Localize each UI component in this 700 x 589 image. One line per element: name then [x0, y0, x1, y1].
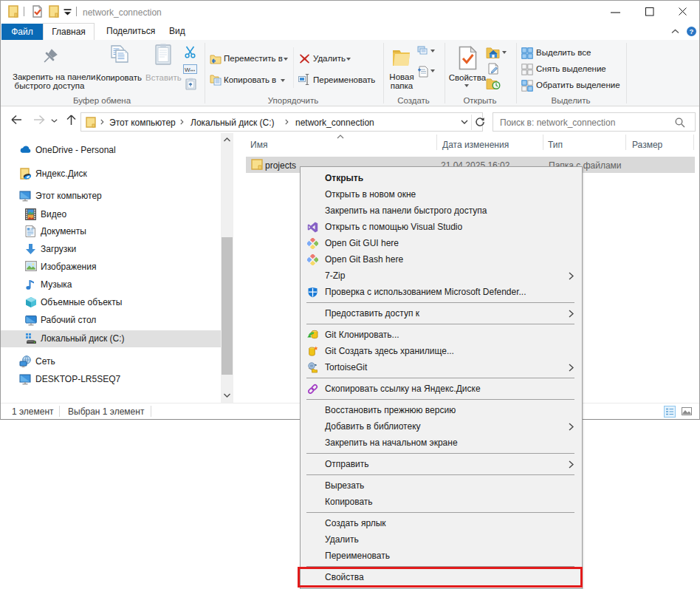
svg-text:W: W	[185, 67, 191, 73]
svg-text:?: ?	[690, 27, 694, 35]
